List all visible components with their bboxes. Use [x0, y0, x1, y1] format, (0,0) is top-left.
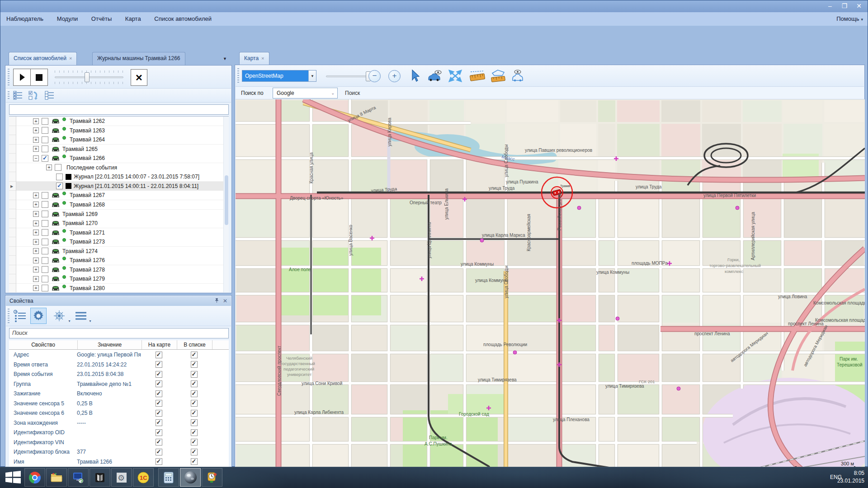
tree-expander[interactable]: − [33, 155, 39, 161]
tab-vehicle-list[interactable]: Список автомобилей× [9, 52, 77, 65]
pin-icon[interactable] [214, 298, 219, 305]
tab-map[interactable]: Карта× [239, 52, 269, 65]
on-map-checkbox[interactable] [156, 439, 162, 446]
close-panel-icon[interactable]: ✕ [223, 298, 227, 304]
property-row[interactable]: Значение сенсора 50,25 В [9, 399, 229, 408]
vehicle-filter-input[interactable] [9, 104, 229, 115]
tab-overflow-dropdown[interactable]: ▼ [223, 56, 227, 61]
tree-item-vehicle[interactable]: +Трамвай 1273 [16, 237, 223, 247]
tree-checkbox[interactable] [42, 211, 48, 217]
tree-item-vehicle[interactable]: +Трамвай 1280 [16, 284, 223, 292]
taskbar-app-calculator[interactable] [158, 468, 179, 487]
taskbar-app-one-c[interactable]: 1С [133, 468, 154, 487]
tree-checkbox[interactable] [42, 229, 48, 236]
on-map-checkbox[interactable] [156, 380, 162, 387]
menu-map[interactable]: Карта [119, 12, 147, 26]
watch-vehicles-tool[interactable] [427, 69, 443, 84]
property-row[interactable]: Идентификатор OID [9, 427, 229, 437]
gutter-cell[interactable] [9, 172, 16, 182]
gutter-cell[interactable] [9, 256, 16, 265]
tree-expander[interactable]: + [46, 164, 52, 170]
menu-modules[interactable]: Модули [51, 12, 84, 26]
in-list-checkbox[interactable] [191, 439, 198, 446]
tree-item-vehicle[interactable]: +Трамвай 1262 [16, 117, 223, 126]
map-canvas[interactable]: Трамв 300 м улица 8 Мартаулица КироваМиа… [236, 99, 865, 481]
property-row[interactable]: Идентификатор VIN [9, 437, 229, 447]
tree-checkbox[interactable] [56, 183, 63, 189]
tree-checkbox[interactable] [55, 164, 61, 171]
menu-vehicle-list[interactable]: Список автомобилей [148, 12, 217, 26]
grouped-list-icon[interactable]: @ [13, 310, 27, 324]
column-header-in-list[interactable]: В списке [177, 340, 212, 349]
tree-item-vehicle[interactable]: +Трамвай 1279 [16, 274, 223, 284]
taskbar-app-dark-app[interactable] [90, 468, 110, 487]
tree-item-vehicle[interactable]: +Трамвай 1278 [16, 265, 223, 275]
on-map-checkbox[interactable] [156, 410, 162, 417]
tree-checkbox[interactable] [42, 266, 48, 273]
taskbar-app-globe-app[interactable] [180, 468, 201, 487]
taskbar-app-remote-desktop[interactable] [68, 468, 89, 487]
taskbar-app-chrome[interactable] [24, 468, 45, 487]
map-layer-select[interactable]: OpenStreetMap ▼ [242, 70, 316, 82]
gutter-cell[interactable] [9, 145, 16, 154]
tree-checkbox[interactable] [42, 136, 48, 143]
taskbar-app-file-explorer[interactable] [46, 468, 67, 487]
gutter-cell[interactable] [9, 200, 16, 210]
tree-expander[interactable]: + [33, 202, 39, 207]
in-list-checkbox[interactable] [191, 410, 198, 417]
follow-vehicle-tool[interactable] [510, 69, 525, 84]
settings-gear-button[interactable] [30, 308, 47, 324]
tab-journals[interactable]: Журналы машины Трамвай 1266 [92, 52, 185, 65]
gutter-cell[interactable] [9, 237, 16, 247]
on-map-checkbox[interactable] [156, 458, 162, 465]
column-header-on-map[interactable]: На карте [142, 340, 177, 349]
gutter-cell[interactable] [9, 247, 16, 256]
column-header-value[interactable]: Значение [78, 340, 142, 349]
toolbar-grip[interactable] [8, 91, 9, 99]
tree-item-vehicle[interactable]: +Трамвай 1274 [16, 247, 223, 256]
zoom-in-button[interactable]: + [388, 70, 401, 82]
tree-checkbox[interactable] [56, 174, 63, 180]
taskbar-app-time-app[interactable] [202, 468, 222, 487]
in-list-checkbox[interactable] [191, 458, 198, 465]
tree-checkbox[interactable] [42, 276, 48, 282]
column-header-property[interactable]: Свойство [9, 340, 78, 349]
property-row[interactable]: АдресGoogle: улица Первой Пя [9, 350, 229, 360]
fit-view-tool[interactable] [448, 69, 462, 84]
scrollbar-thumb[interactable] [225, 175, 228, 225]
menu-help[interactable]: Помощь▾ [836, 15, 863, 22]
tree-expander[interactable]: + [33, 285, 39, 291]
tree-checkbox[interactable] [42, 127, 48, 134]
tree-item-vehicle[interactable]: +Последние события [16, 163, 223, 173]
property-row[interactable]: ИмяТрамвай 1266 [9, 457, 229, 467]
tree-checkbox[interactable] [42, 118, 48, 125]
tree-expander[interactable]: + [33, 118, 39, 124]
tree-item-vehicle[interactable]: +Трамвай 1263 [16, 126, 223, 136]
tree-checkbox[interactable] [42, 192, 48, 199]
on-map-checkbox[interactable] [156, 352, 162, 358]
tree-expander[interactable]: + [33, 192, 39, 198]
taskbar-clock[interactable]: 8:05 23.01.2015 [837, 469, 864, 485]
tree-item-vehicle[interactable]: +Трамвай 1271 [16, 228, 223, 238]
in-list-checkbox[interactable] [191, 400, 198, 407]
property-row[interactable]: ЗажиганиеВключено [9, 389, 229, 399]
on-map-checkbox[interactable] [156, 400, 162, 407]
in-list-checkbox[interactable] [191, 352, 198, 358]
tree-checkbox[interactable] [42, 201, 48, 208]
property-row[interactable]: Зона нахождения----- [9, 418, 229, 428]
zoom-out-button[interactable]: − [368, 70, 381, 82]
in-list-checkbox[interactable] [191, 419, 198, 426]
tree-expander[interactable]: + [33, 221, 39, 226]
gutter-cell[interactable] [9, 210, 16, 219]
tree-checkbox[interactable] [42, 257, 48, 264]
tree-expander[interactable]: + [33, 239, 39, 245]
in-list-checkbox[interactable] [191, 380, 198, 387]
start-button[interactable] [5, 471, 21, 483]
gutter-cell[interactable] [9, 163, 16, 173]
tree-checkbox[interactable] [42, 239, 48, 245]
gutter-cell[interactable] [9, 265, 16, 275]
gutter-cell[interactable] [9, 219, 16, 228]
gutter-cell[interactable] [9, 117, 16, 126]
tree-item-journal[interactable]: Журнал [21.01.2015 14:00:11 - 22.01.2015… [16, 182, 223, 191]
tree-item-vehicle[interactable]: +Трамвай 1276 [16, 256, 223, 265]
